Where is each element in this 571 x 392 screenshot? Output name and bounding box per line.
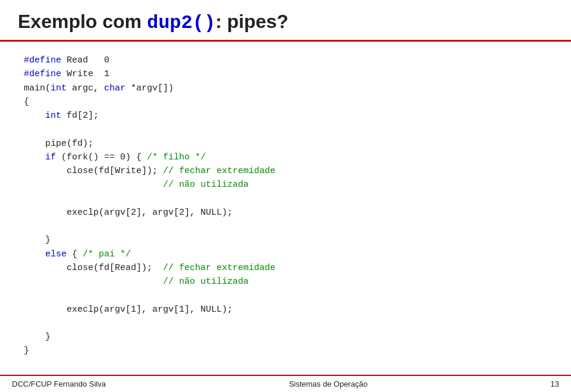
code-comment: // fechar extremidade	[163, 263, 275, 273]
footer-author: DCC/FCUP Fernando Silva	[12, 380, 106, 388]
slide-header: Exemplo com dup2(): pipes?	[0, 0, 571, 42]
code-keyword: char	[104, 83, 126, 93]
code-keyword: int	[51, 83, 67, 93]
code-keyword: #define	[24, 69, 61, 79]
code-comment: // não utilizada	[163, 277, 249, 287]
code-keyword: if	[45, 152, 56, 162]
title-code: dup2()	[147, 12, 215, 34]
code-block: #define Read 0 #define Write 1 main(int …	[0, 42, 571, 370]
code-comment: /* pai */	[83, 249, 131, 259]
slide-title: Exemplo com dup2(): pipes?	[18, 11, 553, 34]
footer-page: 13	[551, 380, 559, 388]
title-suffix: : pipes?	[215, 11, 288, 32]
code-keyword: #define	[24, 55, 61, 65]
title-prefix: Exemplo com	[18, 11, 147, 32]
code-keyword: else	[45, 249, 67, 259]
code-keyword: int	[45, 111, 61, 121]
footer-subject: Sistemas de Operação	[289, 380, 368, 388]
code-comment: // fechar extremidade	[163, 166, 275, 176]
code-comment: /* filho */	[147, 152, 206, 162]
slide-footer: DCC/FCUP Fernando Silva Sistemas de Oper…	[0, 375, 571, 392]
code-comment: // não utilizada	[163, 180, 249, 190]
